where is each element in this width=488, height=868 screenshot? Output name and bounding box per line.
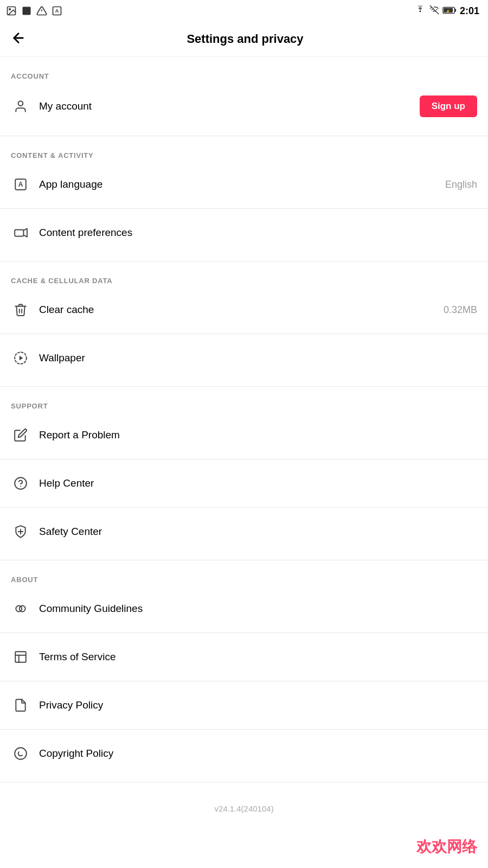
svg-text:A: A [55, 8, 59, 14]
section-label-content-activity: CONTENT & ACTIVITY [0, 151, 488, 165]
header: Settings and privacy [0, 22, 488, 57]
wifi-icon [414, 5, 426, 17]
item-label-terms-of-service: Terms of Service [39, 651, 477, 663]
trash-icon [11, 300, 30, 320]
item-label-safety-center: Safety Center [39, 526, 477, 538]
footer: v24.1.4(240104) [0, 782, 488, 824]
page-title: Settings and privacy [35, 32, 455, 46]
item-value-app-language: English [445, 179, 477, 190]
section-content-activity: CONTENT & ACTIVITYAApp languageEnglishCo… [0, 136, 488, 252]
list-item-content-preferences[interactable]: Content preferences [0, 213, 488, 252]
back-button[interactable] [11, 30, 26, 48]
list-item-copyright-policy[interactable]: Copyright Policy [0, 734, 488, 773]
file-icon [11, 695, 30, 715]
svg-rect-17 [15, 230, 23, 237]
signup-button[interactable]: Sign up [420, 95, 477, 117]
battery-icon: ⚡ [442, 5, 457, 17]
item-divider [0, 208, 488, 209]
section-account: ACCOUNTMy accountSign up [0, 57, 488, 127]
section-cache: CACHE & CELLULAR DATAClear cache0.32MBWa… [0, 261, 488, 378]
status-right: ⚡ 2:01 [414, 5, 479, 17]
item-label-clear-cache: Clear cache [39, 304, 444, 316]
list-item-report-problem[interactable]: Report a Problem [0, 416, 488, 455]
help-circle-icon [11, 474, 30, 493]
section-support: SUPPORTReport a ProblemHelp CenterSafety… [0, 387, 488, 551]
item-divider [0, 507, 488, 508]
copyright-icon [11, 744, 30, 763]
section-label-cache: CACHE & CELLULAR DATA [0, 277, 488, 290]
edit-icon [11, 425, 30, 445]
svg-text:A: A [18, 181, 23, 188]
svg-rect-2 [23, 7, 31, 15]
svg-rect-10 [454, 9, 456, 12]
section-label-support: SUPPORT [0, 402, 488, 416]
square-icon [21, 5, 33, 17]
version-text: v24.1.4(240104) [214, 804, 273, 813]
svg-point-1 [9, 9, 10, 10]
settings-list: ACCOUNTMy accountSign upCONTENT & ACTIVI… [0, 57, 488, 782]
person-icon [11, 97, 30, 116]
watermark: 欢欢网络 [416, 837, 477, 857]
section-label-account: ACCOUNT [0, 72, 488, 86]
item-label-my-account: My account [39, 100, 420, 112]
section-about: ABOUTCommunity GuidelinesTerms of Servic… [0, 560, 488, 773]
item-label-community-guidelines: Community Guidelines [39, 603, 477, 615]
font-icon: A [51, 5, 63, 17]
play-circle-icon [11, 348, 30, 368]
list-item-privacy-policy[interactable]: Privacy Policy [0, 686, 488, 725]
status-bar: A [0, 0, 488, 22]
list-item-my-account[interactable]: My accountSign up [0, 86, 488, 127]
photo-icon [5, 5, 17, 17]
video-icon [11, 223, 30, 242]
item-label-copyright-policy: Copyright Policy [39, 748, 477, 760]
svg-point-14 [18, 101, 23, 106]
item-divider [0, 681, 488, 681]
item-divider [0, 729, 488, 730]
list-item-app-language[interactable]: AApp languageEnglish [0, 165, 488, 204]
item-label-app-language: App language [39, 178, 445, 190]
svg-marker-19 [20, 356, 23, 361]
item-label-content-preferences: Content preferences [39, 227, 477, 239]
language-icon: A [11, 175, 30, 194]
item-label-wallpaper: Wallpaper [39, 352, 477, 364]
list-item-wallpaper[interactable]: Wallpaper [0, 339, 488, 378]
item-divider [0, 459, 488, 459]
warning-icon [36, 5, 48, 17]
svg-point-29 [15, 748, 27, 760]
list-item-community-guidelines[interactable]: Community Guidelines [0, 589, 488, 628]
section-label-about: ABOUT [0, 576, 488, 589]
list-item-terms-of-service[interactable]: Terms of Service [0, 637, 488, 676]
item-label-report-problem: Report a Problem [39, 429, 477, 441]
list-item-clear-cache[interactable]: Clear cache0.32MB [0, 290, 488, 329]
item-divider [0, 633, 488, 633]
book-icon [11, 647, 30, 667]
signal-icon [429, 5, 439, 17]
svg-point-25 [20, 606, 25, 612]
svg-point-20 [15, 477, 27, 489]
circles-icon [11, 599, 30, 618]
item-label-help-center: Help Center [39, 477, 477, 489]
shield-plus-icon [11, 522, 30, 541]
list-item-help-center[interactable]: Help Center [0, 464, 488, 503]
svg-text:⚡: ⚡ [446, 8, 451, 13]
time: 2:01 [460, 5, 479, 17]
svg-rect-26 [15, 652, 26, 662]
list-item-safety-center[interactable]: Safety Center [0, 512, 488, 551]
status-icons-left: A [5, 5, 63, 17]
item-divider [0, 334, 488, 334]
item-label-privacy-policy: Privacy Policy [39, 699, 477, 711]
item-value-clear-cache: 0.32MB [444, 304, 477, 316]
